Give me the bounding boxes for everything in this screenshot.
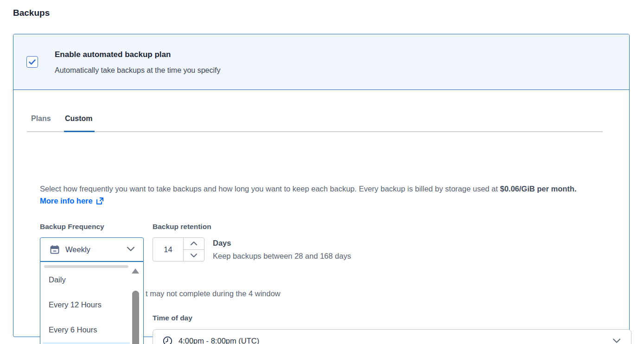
option-every-6-hours[interactable]: Every 6 Hours [43,317,130,342]
enable-backup-checkbox[interactable] [26,56,38,68]
calendar-icon [50,245,59,254]
enable-backup-title: Enable automated backup plan [55,50,171,59]
tabs-baseline [27,131,603,132]
retention-hint: Keep backups between 28 and 168 days [213,252,351,261]
page-title: Backups [13,8,50,18]
stepper-up-button[interactable] [184,238,204,250]
backup-frequency-label: Backup Frequency [40,223,104,231]
retention-days-stepper: 14 [153,237,204,261]
stepper-down-button[interactable] [184,250,204,261]
option-every-4-hours[interactable]: Every 4 Hours [43,342,130,344]
time-of-day-label: Time of day [153,314,192,322]
stepper-buttons [184,238,204,261]
chevron-up-icon [190,241,198,246]
clock-icon [163,336,172,344]
enable-backup-header: Enable automated backup plan Automatical… [13,34,629,90]
retention-days-input[interactable]: 14 [153,238,184,261]
billing-description-text: Select how frequently you want to take b… [40,185,500,193]
chevron-down-icon [612,338,621,344]
scrollbar-up-arrow[interactable] [132,268,139,274]
billing-price: $0.06/GiB per month. [500,185,576,193]
more-info-link[interactable]: More info here [40,197,104,205]
option-every-12-hours[interactable]: Every 12 Hours [43,292,130,317]
time-of-day-select[interactable]: 4:00pm - 8:00pm (UTC) [153,329,631,344]
backups-panel: Enable automated backup plan Automatical… [13,34,630,337]
retention-unit-label: Days [213,239,231,248]
window-warning-text: t may not complete during the 4 window [146,289,281,298]
chevron-down-icon [190,253,198,258]
backup-frequency-select[interactable]: Weekly [40,237,144,261]
billing-description: Select how frequently you want to take b… [40,185,624,193]
tab-plans[interactable]: Plans [31,115,51,123]
time-of-day-value: 4:00pm - 8:00pm (UTC) [179,337,259,344]
enable-backup-subtitle: Automatically take backups at the time y… [55,66,221,75]
option-daily[interactable]: Daily [43,267,130,292]
more-info-label: More info here [40,197,93,205]
checkmark-icon [29,59,36,65]
backup-retention-label: Backup retention [153,223,211,231]
frequency-options-listbox: Daily Every 12 Hours Every 6 Hours Every… [40,261,144,344]
chevron-down-icon [127,246,135,252]
frequency-options: Daily Every 12 Hours Every 6 Hours Every… [43,267,130,344]
backups-settings-page: Backups Enable automated backup plan Aut… [0,0,644,344]
plan-tabs: Plans Custom [27,115,616,132]
scrollbar-thumb[interactable] [132,291,139,344]
tab-custom[interactable]: Custom [65,115,93,123]
backup-frequency-value: Weekly [65,245,90,254]
active-tab-underline [64,131,95,132]
external-link-icon [96,197,104,205]
